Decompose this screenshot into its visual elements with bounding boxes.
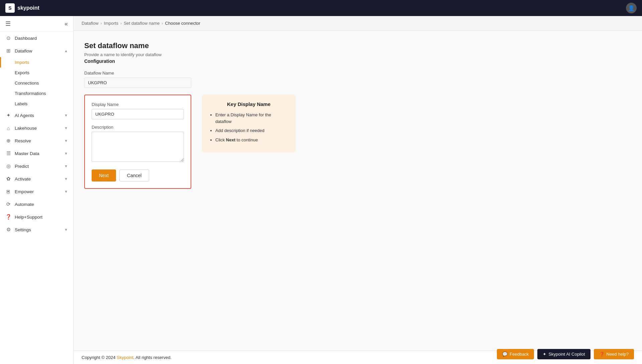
help-icon: ❓ (5, 214, 11, 220)
page-content: Set dataflow name Provide a name to iden… (74, 31, 642, 351)
master-data-icon: ☰ (5, 150, 11, 156)
sidebar-item-predict[interactable]: ◎ Predict ▼ (0, 160, 73, 172)
chevron-down-icon: ▼ (64, 113, 68, 117)
hamburger-icon[interactable]: ☰ (5, 20, 11, 27)
chevron-up-icon: ▲ (64, 49, 68, 53)
breadcrumb-imports[interactable]: Imports (104, 21, 118, 26)
collapse-icon[interactable]: « (65, 20, 68, 27)
sidebar-item-label: Settings (15, 227, 61, 232)
sidebar-item-label: Resolve (15, 138, 61, 143)
sidebar-item-label: AI Agents (15, 113, 61, 118)
dataflow-icon: ⊞ (5, 48, 11, 54)
sidebar-item-transformations[interactable]: Transformations (0, 88, 73, 99)
next-button[interactable]: Next (92, 169, 116, 181)
sidebar-item-label: Dashboard (15, 36, 68, 41)
chevron-down-icon: ▼ (64, 228, 68, 232)
description-group: Description (92, 125, 184, 163)
sidebar-item-imports[interactable]: Imports (0, 57, 73, 68)
chevron-down-icon: ▼ (64, 126, 68, 130)
info-card-list: Enter a Display Name for the dataflow Ad… (210, 112, 288, 143)
sidebar-item-settings[interactable]: ⚙ Settings ▼ (0, 223, 73, 236)
automate-icon: ⟳ (5, 201, 11, 207)
content-area: Dataflow › Imports › Set dataflow name ›… (74, 16, 642, 364)
sidebar-item-exports[interactable]: Exports (0, 68, 73, 78)
chevron-down-icon: ▼ (64, 139, 68, 143)
sidebar-item-labels[interactable]: Labels (0, 99, 73, 109)
display-name-input[interactable] (92, 109, 184, 119)
breadcrumb: Dataflow › Imports › Set dataflow name ›… (74, 16, 642, 31)
info-card-item-1: Enter a Display Name for the dataflow (215, 112, 288, 125)
needhelp-button[interactable]: ❓ Need help? (594, 349, 634, 359)
form-section: Display Name Description Next Cancel Key… (84, 95, 631, 189)
cancel-button[interactable]: Cancel (119, 169, 149, 181)
footer-actions: 💬 Feedback ✦ Skypoint AI Copilot ❓ Need … (497, 349, 634, 359)
sidebar-item-label: Master Data (15, 151, 61, 156)
sidebar-nav: ⊙ Dashboard ⊞ Dataflow ▲ Imports Exports… (0, 32, 73, 364)
lakehouse-icon: ⌂ (5, 125, 11, 131)
page-subtitle-bold: Configuration (84, 58, 631, 64)
sidebar-top: ☰ « (0, 16, 73, 32)
page-subtitle: Provide a name to identify your dataflow (84, 52, 631, 57)
ai-agents-icon: ✦ (5, 112, 11, 118)
sidebar-item-empower[interactable]: ⛨ Empower ▼ (0, 185, 73, 198)
brand-name: skypoint (17, 5, 39, 11)
description-textarea[interactable] (92, 132, 184, 162)
sidebar-item-label: Dataflow (15, 48, 61, 53)
dataflow-name-input (84, 78, 191, 88)
sidebar-item-label: Lakehouse (15, 126, 61, 131)
breadcrumb-set-name[interactable]: Set dataflow name (124, 21, 160, 26)
breadcrumb-dataflow[interactable]: Dataflow (82, 21, 99, 26)
sidebar-item-dashboard[interactable]: ⊙ Dashboard (0, 32, 73, 44)
activate-icon: ✿ (5, 176, 11, 182)
breadcrumb-sep-2: › (120, 21, 122, 26)
sidebar-item-automate[interactable]: ⟳ Automate (0, 198, 73, 211)
chevron-down-icon: ▼ (64, 164, 68, 168)
chevron-down-icon: ▼ (64, 151, 68, 155)
sidebar-item-activate[interactable]: ✿ Activate ▼ (0, 172, 73, 185)
info-card-item-3: Click Next to continue (215, 137, 288, 143)
info-card: Key Display Name Enter a Display Name fo… (202, 95, 296, 152)
footer: Copyright © 2024 Skypoint. All rights re… (74, 351, 642, 364)
dataflow-name-section: Dataflow Name (84, 71, 631, 88)
dashboard-icon: ⊙ (5, 35, 11, 41)
brand-logo: S (5, 3, 15, 13)
sidebar-item-resolve[interactable]: ⊕ Resolve ▼ (0, 134, 73, 147)
sidebar-item-lakehouse[interactable]: ⌂ Lakehouse ▼ (0, 122, 73, 134)
footer-brand-link[interactable]: Skypoint (117, 355, 133, 360)
info-card-title: Key Display Name (210, 101, 288, 107)
sidebar-item-label: Empower (15, 189, 61, 194)
feedback-button[interactable]: 💬 Feedback (497, 349, 534, 359)
copilot-icon: ✦ (543, 352, 546, 357)
dataflow-name-label: Dataflow Name (84, 71, 631, 76)
sidebar-item-dataflow[interactable]: ⊞ Dataflow ▲ (0, 44, 73, 57)
page-title: Set dataflow name (84, 41, 631, 50)
feedback-icon: 💬 (502, 352, 508, 357)
empower-icon: ⛨ (5, 189, 11, 195)
breadcrumb-sep-3: › (162, 21, 163, 26)
predict-icon: ◎ (5, 163, 11, 169)
resolve-icon: ⊕ (5, 138, 11, 144)
sidebar-item-master-data[interactable]: ☰ Master Data ▼ (0, 147, 73, 160)
sidebar-item-label: Help+Support (15, 215, 68, 220)
sidebar: ☰ « ⊙ Dashboard ⊞ Dataflow ▲ Imports Exp… (0, 16, 74, 364)
sidebar-item-connections[interactable]: Connections (0, 78, 73, 88)
description-label: Description (92, 125, 184, 130)
display-name-label: Display Name (92, 102, 184, 107)
display-name-group: Display Name (92, 102, 184, 119)
user-avatar[interactable]: 👤 (626, 3, 637, 13)
needhelp-icon: ❓ (599, 352, 605, 357)
info-card-item-2: Add description if needed (215, 127, 288, 134)
sidebar-item-help-support[interactable]: ❓ Help+Support (0, 211, 73, 223)
button-row: Next Cancel (92, 169, 184, 181)
copilot-button[interactable]: ✦ Skypoint AI Copilot (537, 349, 590, 359)
chevron-down-icon: ▼ (64, 190, 68, 194)
sidebar-item-label: Predict (15, 164, 61, 169)
footer-copyright: Copyright © 2024 Skypoint. All rights re… (82, 355, 172, 360)
sidebar-item-ai-agents[interactable]: ✦ AI Agents ▼ (0, 109, 73, 122)
settings-icon: ⚙ (5, 227, 11, 233)
main-layout: ☰ « ⊙ Dashboard ⊞ Dataflow ▲ Imports Exp… (0, 16, 642, 364)
breadcrumb-current: Choose connector (165, 21, 201, 26)
form-panel: Display Name Description Next Cancel (84, 95, 191, 189)
breadcrumb-sep-1: › (101, 21, 102, 26)
chevron-down-icon: ▼ (64, 177, 68, 181)
